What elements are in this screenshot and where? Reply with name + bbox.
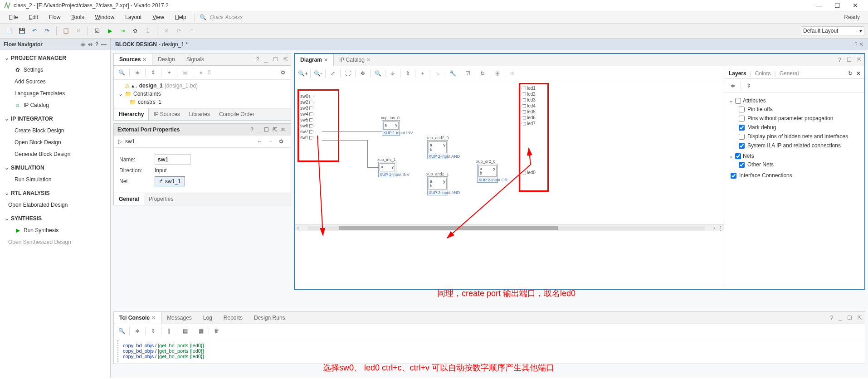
- pin-icon[interactable]: ⊕: [507, 68, 518, 79]
- cancel-button[interactable]: ✕: [161, 25, 172, 36]
- name-input[interactable]: [155, 154, 191, 165]
- port-sw1[interactable]: sw1: [300, 135, 314, 140]
- close-icon[interactable]: ✕: [324, 57, 328, 63]
- tree-constrs1[interactable]: 📁constrs_1: [117, 98, 288, 106]
- panel-pop-icon[interactable]: ⇱: [855, 313, 865, 323]
- filter-icon[interactable]: ▣: [180, 68, 190, 78]
- tab-reports[interactable]: Reports: [218, 312, 249, 324]
- menu-help[interactable]: Help: [170, 11, 192, 23]
- add-icon[interactable]: +: [164, 68, 174, 78]
- port-led0[interactable]: led0: [522, 170, 536, 175]
- nav-open-elaborated-design[interactable]: Open Elaborated Design: [0, 199, 110, 211]
- close-icon[interactable]: ✕: [366, 57, 371, 63]
- prev-button[interactable]: ←: [254, 138, 265, 145]
- help-icon[interactable]: ?: [95, 41, 98, 48]
- layers-nets[interactable]: Nets: [729, 152, 861, 160]
- refresh-icon[interactable]: ↻: [848, 70, 853, 77]
- add-ip-icon[interactable]: +: [417, 68, 428, 79]
- port-led3[interactable]: led3: [522, 97, 536, 102]
- tree-constraints[interactable]: ⌄📁Constraints: [117, 90, 288, 98]
- tab-messages[interactable]: Messages: [161, 312, 198, 324]
- search-icon[interactable]: 🔍: [117, 68, 127, 78]
- net-value[interactable]: ↱sw1_1: [155, 176, 185, 186]
- settings-button[interactable]: ✿: [130, 25, 141, 36]
- subtab-compile-order[interactable]: Compile Order: [215, 108, 259, 120]
- menu-edit[interactable]: Edit: [23, 11, 44, 23]
- layers-tab-layers[interactable]: Layers: [729, 70, 746, 77]
- menu-flow[interactable]: Flow: [44, 11, 66, 23]
- zoom-fit-icon[interactable]: ⤢: [327, 68, 338, 79]
- expand-icon[interactable]: ⇕: [402, 68, 413, 79]
- nav-group-simulation[interactable]: SIMULATION: [0, 162, 110, 174]
- expand-icon[interactable]: ⇕: [148, 326, 158, 336]
- nav-add-sources[interactable]: Add Sources: [0, 76, 110, 87]
- panel-maximize-icon[interactable]: ☐: [844, 313, 855, 323]
- collapse-icon[interactable]: ≑: [81, 41, 85, 48]
- subtab-libraries[interactable]: Libraries: [185, 108, 215, 120]
- ip-xup-and2-1[interactable]: abyXUP 2-input AND: [427, 176, 448, 195]
- nav-group-project-manager[interactable]: PROJECT MANAGER: [0, 52, 110, 64]
- bd-help-icon[interactable]: ? ✕: [854, 41, 863, 48]
- window-close[interactable]: ✕: [846, 2, 864, 9]
- panel-close-icon[interactable]: ✕: [279, 126, 287, 133]
- layers-attributes[interactable]: Attributes: [729, 97, 861, 105]
- refresh-button[interactable]: ⟳: [174, 25, 185, 36]
- panel-maximize-icon[interactable]: ☐: [270, 54, 281, 64]
- ip-xup-inv-1[interactable]: ayXUP 1-input INV: [378, 162, 396, 177]
- tree-design-node[interactable]: ⚠▴..design_1 (design_1.bd): [117, 82, 288, 90]
- port-led6[interactable]: led6: [522, 115, 536, 120]
- layers-tab-colors[interactable]: Colors: [755, 70, 771, 77]
- connect-icon[interactable]: ↘: [432, 68, 443, 79]
- quick-access-input[interactable]: Quick Access: [208, 12, 244, 22]
- port-sw6[interactable]: sw6: [300, 123, 314, 128]
- panel-minimize-icon[interactable]: _: [262, 54, 270, 64]
- close-icon[interactable]: ✕: [856, 70, 861, 77]
- chk-other-nets[interactable]: [739, 162, 745, 168]
- nav-ip-catalog[interactable]: ⧈IP Catalog: [0, 99, 110, 111]
- port-led5[interactable]: led5: [522, 109, 536, 114]
- expand-all-icon[interactable]: ⇕: [744, 81, 754, 91]
- panel-help-icon[interactable]: ?: [254, 54, 262, 64]
- trash-icon[interactable]: 🗑: [212, 326, 222, 336]
- menu-file[interactable]: File: [4, 11, 23, 23]
- panel-help-icon[interactable]: ?: [828, 313, 836, 323]
- nav-create-block-design[interactable]: Create Block Design: [0, 125, 110, 136]
- port-sw4[interactable]: sw4: [300, 112, 314, 117]
- gear-icon[interactable]: ✿: [278, 68, 288, 78]
- copy-button[interactable]: 📋: [60, 25, 71, 36]
- layout-icon[interactable]: ⊞: [492, 68, 503, 79]
- menu-tools[interactable]: Tools: [66, 11, 89, 23]
- more-button[interactable]: ≡: [186, 25, 197, 36]
- search-icon[interactable]: 🔍: [117, 326, 127, 336]
- step-button[interactable]: ⇥: [117, 25, 128, 36]
- close-icon[interactable]: ✕: [151, 315, 156, 321]
- panel-help-icon[interactable]: ?: [835, 55, 844, 65]
- zoom-out-icon[interactable]: 🔍-: [312, 68, 323, 79]
- subtab-ip-sources[interactable]: IP Sources: [149, 108, 184, 120]
- tab-ip-catalog[interactable]: IP Catalog✕: [334, 54, 376, 66]
- panel-maximize-icon[interactable]: ☐: [844, 55, 854, 65]
- nav-language-templates[interactable]: Language Templates: [0, 87, 110, 99]
- port-sw3[interactable]: sw3: [300, 106, 314, 111]
- nav-run-simulation[interactable]: Run Simulation: [0, 174, 110, 185]
- nav-open-block-design[interactable]: Open Block Design: [0, 136, 110, 148]
- gear-icon[interactable]: ✿: [276, 138, 286, 145]
- expand-all-icon[interactable]: ⇕: [148, 68, 158, 78]
- collapse-icon[interactable]: ≑: [132, 326, 142, 336]
- ip-xup-or2-0[interactable]: abyXUP 2-input OR: [477, 164, 498, 183]
- collapse-all-icon[interactable]: ≑: [728, 81, 738, 91]
- tab-signals[interactable]: Signals: [181, 53, 210, 65]
- nav-open-synthesized-design[interactable]: Open Synthesized Design: [0, 236, 110, 248]
- clear-icon[interactable]: ▤: [180, 326, 190, 336]
- port-sw5[interactable]: sw5: [300, 117, 314, 122]
- wrench-icon[interactable]: 🔧: [447, 68, 458, 79]
- chk-iface-conn[interactable]: [731, 173, 736, 179]
- menu-layout[interactable]: Layout: [120, 11, 147, 23]
- collapse-icon[interactable]: ≑: [387, 68, 398, 79]
- tab-design-runs[interactable]: Design Runs: [249, 312, 291, 324]
- nav-group-synthesis[interactable]: SYNTHESIS: [0, 213, 110, 224]
- tab-sources[interactable]: Sources✕: [114, 53, 152, 65]
- new-button[interactable]: 📄: [4, 25, 15, 36]
- menu-view[interactable]: View: [147, 11, 170, 23]
- export-icon[interactable]: ▦: [196, 326, 206, 336]
